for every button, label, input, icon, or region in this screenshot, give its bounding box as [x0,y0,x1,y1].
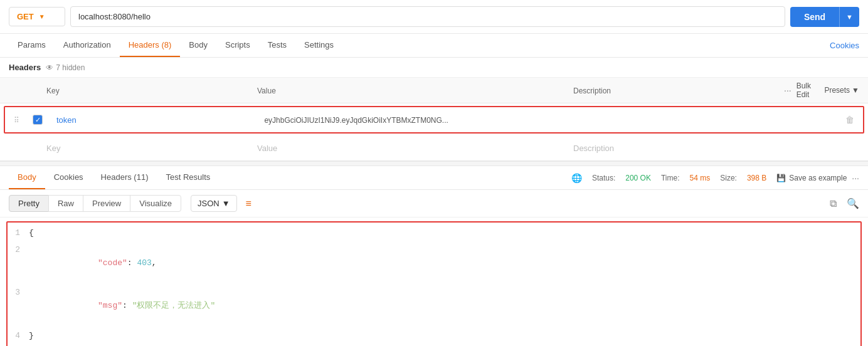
cookies-link[interactable]: Cookies [830,34,859,56]
code-line-1: 1 { [8,225,860,242]
tab-params[interactable]: Params [9,34,55,57]
method-label: GET [17,12,34,21]
json-format-select[interactable]: JSON ▼ [191,195,237,212]
url-bar: GET ▼ Send ▼ [0,0,868,34]
line-content: } [29,330,34,343]
value-cell[interactable]: eyJhbGciOiJIUzI1NiJ9.eyJqdGkiOiIxYTBMxZT… [259,116,453,125]
filter-icon[interactable]: ≡ [246,198,251,209]
row-checkbox[interactable] [33,115,43,125]
copy-icon[interactable]: ⧉ [830,198,837,209]
request-tabs: Params Authorization Headers (8) Body Sc… [0,34,868,58]
send-button-group: Send ▼ [790,7,859,27]
response-tabs: Body Cookies Headers (11) Test Results 🌐… [0,166,868,190]
headers-title: Headers [9,63,41,72]
line-number: 2 [9,244,29,257]
line-number: 4 [9,330,29,343]
size-value: 398 B [747,174,766,182]
format-bar: Pretty Raw Preview Visualize JSON ▼ ≡ ⧉ … [0,190,868,218]
hidden-badge: 👁 7 hidden [46,63,85,72]
line-content: "code": 403, [29,244,157,283]
hidden-count: 7 hidden [56,63,85,72]
table-header: Key Value Description ··· Bulk Edit Pres… [0,78,868,103]
globe-icon: 🌐 [571,173,582,183]
response-body-highlighted: 1 { 2 "code": 403, 3 "msg": "权限不足，无法进入" … [6,221,862,346]
status-label: Status: [592,174,615,182]
response-more-icon[interactable]: ··· [852,173,859,183]
json-format-chevron-icon: ▼ [222,199,230,208]
code-line-2: 2 "code": 403, [8,242,860,285]
drag-handle-icon[interactable]: ⠿ [14,116,19,125]
line-number: 1 [9,227,29,240]
response-section: Body Cookies Headers (11) Test Results 🌐… [0,166,868,346]
url-input[interactable] [70,6,785,27]
tab-settings[interactable]: Settings [295,34,342,57]
line-number: 3 [9,286,29,300]
empty-value-cell[interactable]: Value [257,144,277,153]
response-tab-test-results[interactable]: Test Results [157,166,219,189]
col-header-key: Key [46,86,60,95]
tab-scripts[interactable]: Scripts [216,34,259,57]
delete-row-icon[interactable]: 🗑 [845,115,854,125]
json-format-label: JSON [198,199,220,208]
save-example-label: Save as example [789,174,847,182]
format-tab-visualize[interactable]: Visualize [130,195,181,212]
status-value: 200 OK [625,174,651,182]
code-line-4: 4 } [8,328,860,345]
presets-chevron-icon: ▼ [852,86,859,95]
response-tab-body[interactable]: Body [9,166,45,189]
format-tab-preview[interactable]: Preview [83,195,130,212]
format-tabs: Pretty Raw Preview Visualize [9,195,181,212]
more-options-icon[interactable]: ··· [784,85,791,95]
header-row-highlighted: ⠿ token eyJhbGciOiJIUzI1NiJ9.eyJqdGkiOiI… [4,106,864,134]
code-line-3: 3 "msg": "权限不足，无法进入" [8,285,860,327]
send-arrow-button[interactable]: ▼ [839,7,859,27]
empty-key-cell[interactable]: Key [46,144,60,153]
presets-label: Presets [824,86,850,95]
eye-icon: 👁 [46,63,53,72]
col-header-value: Value [257,86,276,95]
save-icon: 💾 [776,174,786,182]
send-button[interactable]: Send [790,7,839,27]
headers-section-header: Headers 👁 7 hidden [0,58,868,78]
response-tab-headers[interactable]: Headers (11) [92,166,157,189]
tab-headers[interactable]: Headers (8) [120,34,181,57]
tab-authorization[interactable]: Authorization [55,34,120,57]
format-tab-raw[interactable]: Raw [48,195,83,212]
col-header-description: Description [573,86,611,95]
presets-button[interactable]: Presets ▼ [824,86,859,95]
time-value: 54 ms [690,174,711,182]
method-chevron-icon: ▼ [39,13,45,20]
save-as-example-button[interactable]: 💾 Save as example [771,174,852,182]
table-row: ⠿ token eyJhbGciOiJIUzI1NiJ9.eyJqdGkiOiI… [5,107,863,132]
section-divider [0,161,868,166]
bulk-edit-button[interactable]: Bulk Edit [797,81,820,99]
time-label: Time: [661,174,680,182]
line-content: "msg": "权限不足，无法进入" [29,286,215,325]
status-info: 🌐 Status: 200 OK Time: 54 ms Size: 398 B [566,173,771,183]
response-tab-cookies[interactable]: Cookies [45,166,92,189]
tab-body[interactable]: Body [180,34,216,57]
format-tab-pretty[interactable]: Pretty [9,195,49,212]
search-response-icon[interactable]: 🔍 [847,197,859,209]
line-content: { [29,227,34,240]
code-view: 1 { 2 "code": 403, 3 "msg": "权限不足，无法进入" … [0,221,868,346]
empty-desc-cell[interactable]: Description [573,144,614,153]
desc-cell [571,115,581,125]
method-select[interactable]: GET ▼ [9,7,65,26]
tab-tests[interactable]: Tests [259,34,295,57]
size-label: Size: [720,174,737,182]
table-row-empty: Key Value Description [0,136,868,161]
key-cell[interactable]: token [51,115,82,125]
